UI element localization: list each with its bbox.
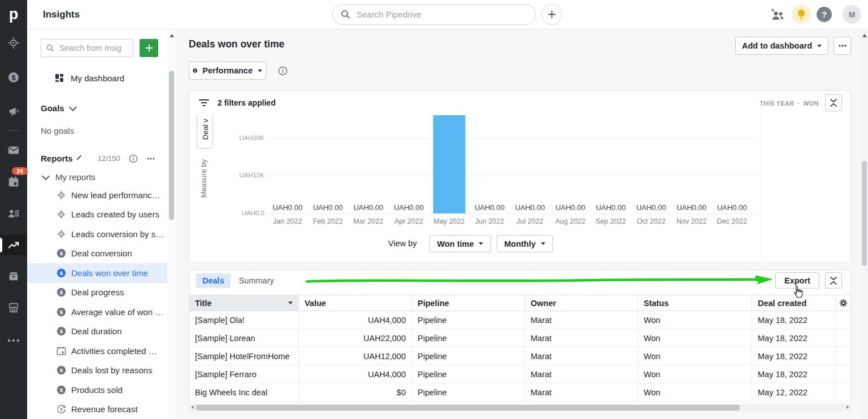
chart-column-jan-2022[interactable]: UAH0.00 — [267, 115, 308, 213]
chart-column-dec-2022[interactable]: UAH0.00 — [712, 115, 753, 213]
target-icon — [57, 210, 66, 219]
info-icon — [278, 66, 288, 76]
my-reports-group[interactable]: My reports — [43, 172, 96, 182]
rail-item-deals[interactable]: $ — [0, 69, 27, 86]
sidebar-report-deal-conversion[interactable]: $Deal conversion — [27, 244, 167, 264]
rail-item-insights[interactable] — [0, 235, 27, 255]
sidebar-search-input[interactable] — [58, 43, 123, 53]
bar-may-2022[interactable] — [433, 115, 465, 213]
rail-item-leads[interactable] — [0, 34, 27, 51]
global-search[interactable] — [332, 4, 536, 25]
reports-more-icon[interactable] — [147, 158, 155, 160]
report-type-dropdown[interactable]: $ Performance — [189, 62, 266, 80]
help-button[interactable]: ? — [817, 7, 832, 22]
window-scrollbar-thumb[interactable] — [862, 161, 867, 266]
column-header-owner[interactable]: Owner — [525, 295, 638, 311]
view-by-label: View by — [388, 239, 417, 248]
sidebar-report-average-value-of-won[interactable]: $Average value of won … — [27, 302, 167, 322]
rail-item-more[interactable] — [0, 332, 27, 349]
view-by-granularity-dropdown[interactable]: Monthly — [497, 235, 553, 252]
collapse-table-button[interactable] — [825, 272, 842, 289]
table-row[interactable]: [Sample] LoreanUAH22,000PipelineMaratWon… — [189, 329, 850, 347]
table-row[interactable]: Big Wheels Inc deal$0PipelineMaratWonMay… — [189, 383, 850, 401]
sidebar-report-activities-completed[interactable]: Activities completed … — [27, 341, 167, 361]
user-avatar[interactable]: M — [843, 5, 861, 24]
question-mark-icon: ? — [822, 10, 827, 19]
sidebar-report-revenue-forecast[interactable]: $Revenue forecast — [27, 400, 167, 419]
sidebar-search[interactable] — [41, 39, 133, 57]
chart-column-aug-2022[interactable]: UAH0.00 — [550, 115, 591, 213]
column-header-value[interactable]: Value — [299, 295, 412, 311]
pipedrive-logo[interactable]: p — [0, 0, 27, 29]
create-report-button[interactable] — [140, 39, 158, 57]
tips-button[interactable] — [792, 5, 811, 24]
column-header-title[interactable]: Title — [189, 295, 299, 311]
sidebar-report-leads-created-by-users[interactable]: Leads created by users — [27, 205, 167, 225]
chart-column-jun-2022[interactable]: UAH0.00 — [470, 115, 510, 213]
chart-column-feb-2022[interactable]: UAH0.00 — [308, 115, 349, 213]
more-options-button[interactable] — [834, 37, 851, 55]
filters-applied-text[interactable]: 2 filters applied — [218, 91, 276, 115]
sidebar-report-deals-won-over-time[interactable]: $Deals won over time — [27, 263, 167, 283]
chart-column-sep-2022[interactable]: UAH0.00 — [591, 115, 631, 213]
table-row[interactable]: [Sample] FerraroUAH4,000PipelineMaratWon… — [189, 365, 850, 383]
x-tick-nov-2022: Nov 2022 — [671, 217, 712, 225]
column-header-deal-created[interactable]: Deal created — [752, 295, 836, 311]
sidebar-item-my-dashboard[interactable]: My dashboard — [55, 69, 124, 86]
lightbulb-icon — [796, 9, 806, 20]
scroll-up-arrow[interactable] — [170, 34, 174, 37]
measure-value-dropdown[interactable]: Deal v — [197, 115, 213, 149]
table-row[interactable]: [Sample] Ola!UAH4,000PipelineMaratWonMay… — [189, 311, 850, 329]
sidebar-report-leads-conversion-by-s[interactable]: Leads conversion by s… — [27, 224, 167, 244]
goals-section-header[interactable]: Goals — [41, 103, 76, 113]
rail-item-campaigns[interactable] — [0, 103, 27, 120]
table-cell: Pipeline — [412, 311, 525, 329]
table-row[interactable]: [Sample] HotelFromHomeUAH12,000PipelineM… — [189, 347, 850, 365]
scroll-right-arrow[interactable] — [847, 405, 849, 409]
scroll-left-arrow[interactable] — [191, 405, 194, 409]
view-by-dimension-dropdown[interactable]: Won time — [429, 235, 491, 252]
sidebar-report-deals-lost-by-reasons[interactable]: $Deals lost by reasons — [27, 361, 167, 381]
reports-count: 12/150 — [98, 154, 120, 163]
activities-calendar-icon — [7, 176, 20, 188]
filter-button[interactable] — [198, 98, 210, 108]
chart-column-oct-2022[interactable]: UAH0.00 — [631, 115, 672, 213]
sidebar-report-deal-duration[interactable]: $Deal duration — [27, 322, 167, 342]
invite-users-button[interactable] — [770, 8, 785, 20]
column-header-pipeline[interactable]: Pipeline — [412, 295, 525, 311]
rail-item-activities[interactable] — [0, 173, 27, 190]
table-cell: Big Wheels Inc deal — [189, 383, 299, 401]
report-info-button[interactable] — [278, 66, 288, 76]
rail-item-marketplace[interactable] — [0, 299, 27, 316]
horizontal-scrollbar-thumb[interactable] — [196, 405, 740, 411]
sidebar-report-deal-progress[interactable]: $Deal progress — [27, 283, 167, 303]
scope-won: WON — [804, 100, 819, 107]
chart-column-jul-2022[interactable]: UAH0.00 — [510, 115, 550, 213]
export-button[interactable]: Export — [775, 272, 819, 289]
table-settings-button[interactable] — [836, 295, 850, 311]
tab-summary[interactable]: Summary — [239, 276, 274, 285]
tab-deals[interactable]: Deals — [196, 273, 231, 288]
rail-item-mail[interactable] — [0, 142, 27, 159]
scope-this-year: THIS YEAR — [760, 100, 794, 107]
chart-column-nov-2022[interactable]: UAH0.00 — [671, 115, 712, 213]
sidebar-report-new-lead-performanc[interactable]: New lead performanc… — [27, 185, 167, 205]
collapse-chart-button[interactable] — [825, 94, 842, 111]
scroll-up-arrow[interactable] — [862, 34, 867, 37]
sidebar-scrollbar-thumb[interactable] — [169, 71, 174, 220]
x-tick-apr-2022: Apr 2022 — [389, 217, 429, 225]
quick-add-button[interactable] — [541, 4, 562, 25]
chart-column-apr-2022[interactable]: UAH0.00 — [389, 115, 429, 213]
rail-item-contacts[interactable] — [0, 205, 27, 222]
svg-text:$: $ — [60, 367, 63, 373]
sidebar-report-products-sold[interactable]: $Products sold — [27, 380, 167, 400]
rail-item-products[interactable] — [0, 268, 27, 285]
column-header-status[interactable]: Status — [638, 295, 752, 311]
add-to-dashboard-button[interactable]: Add to dashboard — [735, 37, 828, 55]
info-icon[interactable] — [129, 154, 138, 163]
chart-column-mar-2022[interactable]: UAH0.00 — [348, 115, 389, 213]
reports-section-header[interactable]: Reports 12/150 — [41, 154, 154, 163]
global-search-input[interactable] — [355, 9, 527, 20]
bar-value-label: UAH0.00 — [591, 203, 631, 212]
chart-column-may-2022[interactable] — [429, 115, 470, 213]
